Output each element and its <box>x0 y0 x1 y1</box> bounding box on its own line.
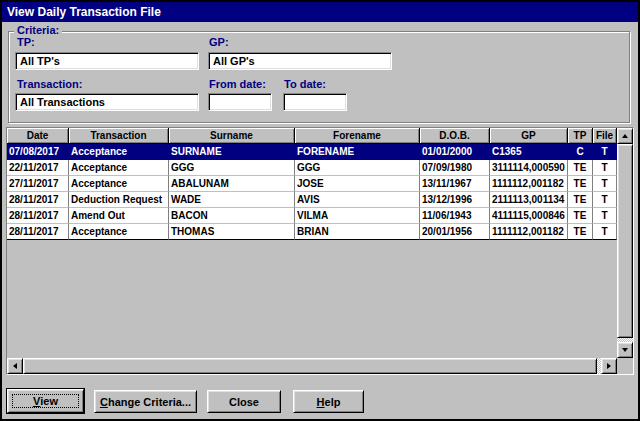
column-header-forename[interactable]: Forename <box>295 128 420 144</box>
cell-gp[interactable]: 2111113,001134 <box>490 192 568 208</box>
cell-dob[interactable]: 01/01/2000 <box>420 144 490 160</box>
cell-tp[interactable]: TE <box>568 192 593 208</box>
to-date-label: To date: <box>284 78 326 90</box>
cell-dob[interactable]: 13/12/1996 <box>420 192 490 208</box>
view-button[interactable]: View <box>7 389 84 413</box>
cell-gp[interactable]: 1111112,001182 <box>490 176 568 192</box>
change-criteria-button[interactable]: Change Criteria... <box>94 390 197 413</box>
cell-transaction[interactable]: Acceptance <box>69 176 169 192</box>
cell-surname[interactable]: GGG <box>169 160 295 176</box>
scroll-up-button[interactable] <box>617 128 633 144</box>
change-criteria-label-rest: hange Criteria... <box>108 396 191 408</box>
cell-gp[interactable]: 4111115,000846 <box>490 208 568 224</box>
scroll-left-icon <box>13 363 17 369</box>
cell-forename[interactable]: BRIAN <box>295 224 420 240</box>
cell-gp[interactable]: C1365 <box>490 144 568 160</box>
cell-gp[interactable]: 1111112,001182 <box>490 224 568 240</box>
cell-file[interactable]: T <box>593 144 617 160</box>
cell-transaction[interactable]: Acceptance <box>69 224 169 240</box>
help-button-label-rest: elp <box>325 396 341 408</box>
cell-date[interactable]: 28/11/2017 <box>7 192 69 208</box>
cell-dob[interactable]: 13/11/1967 <box>420 176 490 192</box>
cell-transaction[interactable]: Amend Out <box>69 208 169 224</box>
scroll-down-icon <box>622 348 628 352</box>
cell-surname[interactable]: BACON <box>169 208 295 224</box>
cell-transaction[interactable]: Acceptance <box>69 144 169 160</box>
cell-forename[interactable]: VILMA <box>295 208 420 224</box>
gp-label: GP: <box>209 36 229 48</box>
cell-forename[interactable]: AVIS <box>295 192 420 208</box>
vertical-scrollbar[interactable] <box>617 128 633 358</box>
gp-field[interactable] <box>208 52 392 70</box>
cell-transaction[interactable]: Deduction Request <box>69 192 169 208</box>
scrollbar-corner <box>617 358 633 374</box>
cell-file[interactable]: T <box>593 224 617 240</box>
cell-surname[interactable]: WADE <box>169 192 295 208</box>
cell-date[interactable]: 22/11/2017 <box>7 160 69 176</box>
help-button[interactable]: Help <box>293 390 364 413</box>
table-row[interactable]: 28/11/2017 Deduction Request WADE AVIS 1… <box>7 192 617 208</box>
cell-file[interactable]: T <box>593 160 617 176</box>
cell-file[interactable]: T <box>593 208 617 224</box>
cell-forename[interactable]: JOSE <box>295 176 420 192</box>
dialog-window: View Daily Transaction File Criteria: TP… <box>0 0 640 421</box>
transaction-label: Transaction: <box>17 78 82 90</box>
transaction-field[interactable] <box>15 93 199 111</box>
scroll-right-button[interactable] <box>601 358 617 374</box>
table-row[interactable]: 28/11/2017 Amend Out BACON VILMA 11/06/1… <box>7 208 617 224</box>
cell-tp[interactable]: TE <box>568 176 593 192</box>
cell-dob[interactable]: 20/01/1956 <box>420 224 490 240</box>
cell-date[interactable]: 28/11/2017 <box>7 224 69 240</box>
column-header-file[interactable]: File <box>593 128 617 144</box>
column-header-tp[interactable]: TP <box>568 128 593 144</box>
scroll-up-icon <box>622 134 628 138</box>
cell-forename[interactable]: FORENAME <box>295 144 420 160</box>
title-bar[interactable]: View Daily Transaction File <box>2 2 638 22</box>
cell-dob[interactable]: 11/06/1943 <box>420 208 490 224</box>
cell-gp[interactable]: 3111114,000590 <box>490 160 568 176</box>
column-header-transaction[interactable]: Transaction <box>69 128 169 144</box>
vertical-scrollbar-thumb[interactable] <box>617 144 633 338</box>
table-row[interactable]: 28/11/2017 Acceptance THOMAS BRIAN 20/01… <box>7 224 617 240</box>
horizontal-scrollbar-thumb[interactable] <box>23 358 597 374</box>
cell-tp[interactable]: TE <box>568 160 593 176</box>
cell-dob[interactable]: 07/09/1980 <box>420 160 490 176</box>
horizontal-scrollbar[interactable] <box>7 358 617 374</box>
grid-table: Date Transaction Surname Forename D.O.B.… <box>7 128 617 240</box>
cell-date[interactable]: 27/11/2017 <box>7 176 69 192</box>
scroll-left-button[interactable] <box>7 358 23 374</box>
cell-tp[interactable]: C <box>568 144 593 160</box>
transaction-grid: Date Transaction Surname Forename D.O.B.… <box>6 127 634 375</box>
column-header-gp[interactable]: GP <box>490 128 568 144</box>
tp-field[interactable] <box>15 52 199 70</box>
cell-surname[interactable]: ABALUNAM <box>169 176 295 192</box>
grid-content: Date Transaction Surname Forename D.O.B.… <box>7 128 617 358</box>
column-header-surname[interactable]: Surname <box>169 128 295 144</box>
scroll-right-icon <box>607 363 611 369</box>
table-row[interactable]: 22/11/2017 Acceptance GGG GGG 07/09/1980… <box>7 160 617 176</box>
from-date-field[interactable] <box>208 93 272 111</box>
focus-rect <box>12 394 79 408</box>
close-button-label: Close <box>229 396 259 408</box>
change-criteria-mnemonic: C <box>100 396 108 408</box>
cell-date[interactable]: 07/08/2017 <box>7 144 69 160</box>
cell-file[interactable]: T <box>593 176 617 192</box>
tp-label: TP: <box>17 36 35 48</box>
cell-surname[interactable]: THOMAS <box>169 224 295 240</box>
column-header-date[interactable]: Date <box>7 128 69 144</box>
scroll-down-button[interactable] <box>617 342 633 358</box>
grid-header-row: Date Transaction Surname Forename D.O.B.… <box>7 128 617 144</box>
cell-transaction[interactable]: Acceptance <box>69 160 169 176</box>
table-row[interactable]: 07/08/2017 Acceptance SURNAME FORENAME 0… <box>7 144 617 160</box>
cell-forename[interactable]: GGG <box>295 160 420 176</box>
close-button[interactable]: Close <box>207 390 281 413</box>
cell-date[interactable]: 28/11/2017 <box>7 208 69 224</box>
cell-tp[interactable]: TE <box>568 224 593 240</box>
cell-surname[interactable]: SURNAME <box>169 144 295 160</box>
cell-tp[interactable]: TE <box>568 208 593 224</box>
cell-file[interactable]: T <box>593 192 617 208</box>
help-button-mnemonic: H <box>317 396 325 408</box>
table-row[interactable]: 27/11/2017 Acceptance ABALUNAM JOSE 13/1… <box>7 176 617 192</box>
column-header-dob[interactable]: D.O.B. <box>420 128 490 144</box>
to-date-field[interactable] <box>283 93 347 111</box>
